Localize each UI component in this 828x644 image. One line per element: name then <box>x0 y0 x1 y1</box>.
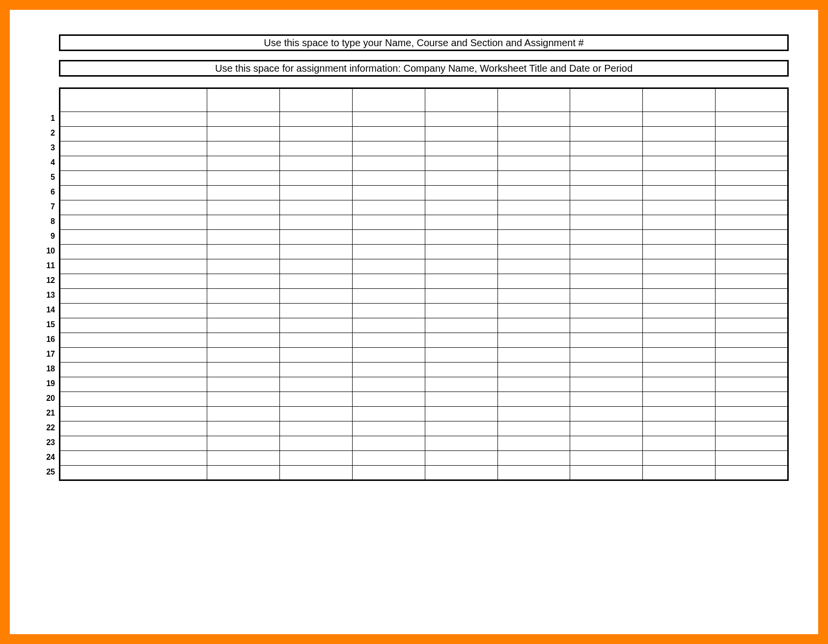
grid-cell[interactable] <box>279 186 352 200</box>
grid-cell[interactable] <box>60 333 207 348</box>
grid-cell[interactable] <box>207 289 280 304</box>
grid-column-header[interactable] <box>643 88 716 112</box>
grid-cell[interactable] <box>279 407 352 421</box>
grid-cell[interactable] <box>207 377 280 392</box>
grid-cell[interactable] <box>716 200 788 215</box>
grid-cell[interactable] <box>60 348 207 363</box>
grid-cell[interactable] <box>60 289 207 304</box>
grid-column-header[interactable] <box>207 88 280 112</box>
grid-cell[interactable] <box>425 230 497 245</box>
grid-cell[interactable] <box>60 451 207 466</box>
grid-cell[interactable] <box>570 245 643 259</box>
grid-cell[interactable] <box>497 289 570 304</box>
grid-cell[interactable] <box>570 318 643 333</box>
grid-cell[interactable] <box>60 421 207 436</box>
grid-cell[interactable] <box>207 348 280 363</box>
grid-cell[interactable] <box>643 318 716 333</box>
grid-cell[interactable] <box>716 215 788 230</box>
grid-cell[interactable] <box>497 127 570 141</box>
grid-cell[interactable] <box>352 245 425 259</box>
grid-cell[interactable] <box>497 186 570 200</box>
grid-column-header[interactable] <box>497 88 570 112</box>
grid-cell[interactable] <box>643 127 716 141</box>
grid-cell[interactable] <box>207 230 280 245</box>
grid-cell[interactable] <box>643 348 716 363</box>
grid-cell[interactable] <box>60 407 207 421</box>
grid-cell[interactable] <box>207 200 280 215</box>
grid-cell[interactable] <box>497 112 570 127</box>
grid-cell[interactable] <box>570 436 643 451</box>
grid-cell[interactable] <box>207 245 280 259</box>
grid-cell[interactable] <box>425 141 497 156</box>
grid-cell[interactable] <box>425 171 497 186</box>
grid-cell[interactable] <box>60 274 207 289</box>
grid-cell[interactable] <box>352 451 425 466</box>
grid-cell[interactable] <box>279 466 352 480</box>
grid-cell[interactable] <box>352 421 425 436</box>
grid-cell[interactable] <box>643 259 716 274</box>
grid-cell[interactable] <box>570 274 643 289</box>
grid-cell[interactable] <box>716 451 788 466</box>
grid-cell[interactable] <box>207 171 280 186</box>
grid-cell[interactable] <box>425 436 497 451</box>
grid-cell[interactable] <box>497 333 570 348</box>
grid-cell[interactable] <box>279 304 352 318</box>
grid-cell[interactable] <box>643 363 716 377</box>
grid-cell[interactable] <box>279 245 352 259</box>
grid-cell[interactable] <box>279 200 352 215</box>
grid-column-header[interactable] <box>425 88 497 112</box>
grid-cell[interactable] <box>497 304 570 318</box>
grid-cell[interactable] <box>425 421 497 436</box>
grid-cell[interactable] <box>425 333 497 348</box>
grid-cell[interactable] <box>570 377 643 392</box>
grid-column-header[interactable] <box>279 88 352 112</box>
grid-cell[interactable] <box>570 421 643 436</box>
grid-cell[interactable] <box>497 156 570 171</box>
grid-cell[interactable] <box>497 230 570 245</box>
grid-cell[interactable] <box>207 333 280 348</box>
grid-cell[interactable] <box>60 215 207 230</box>
grid-cell[interactable] <box>207 141 280 156</box>
grid-cell[interactable] <box>570 466 643 480</box>
grid-cell[interactable] <box>716 141 788 156</box>
grid-cell[interactable] <box>497 421 570 436</box>
grid-cell[interactable] <box>570 127 643 141</box>
grid-cell[interactable] <box>279 289 352 304</box>
grid-cell[interactable] <box>60 392 207 407</box>
grid-cell[interactable] <box>60 466 207 480</box>
grid-cell[interactable] <box>207 215 280 230</box>
grid-cell[interactable] <box>716 348 788 363</box>
grid-cell[interactable] <box>352 171 425 186</box>
grid-cell[interactable] <box>643 186 716 200</box>
grid-column-header[interactable] <box>716 88 788 112</box>
grid-cell[interactable] <box>716 318 788 333</box>
grid-cell[interactable] <box>716 230 788 245</box>
grid-cell[interactable] <box>352 127 425 141</box>
grid-cell[interactable] <box>716 156 788 171</box>
grid-cell[interactable] <box>279 348 352 363</box>
grid-cell[interactable] <box>570 304 643 318</box>
grid-cell[interactable] <box>497 436 570 451</box>
grid-cell[interactable] <box>279 141 352 156</box>
grid-cell[interactable] <box>60 259 207 274</box>
grid-column-header[interactable] <box>352 88 425 112</box>
grid-cell[interactable] <box>60 377 207 392</box>
grid-cell[interactable] <box>716 333 788 348</box>
grid-cell[interactable] <box>643 200 716 215</box>
grid-cell[interactable] <box>425 259 497 274</box>
grid-cell[interactable] <box>643 230 716 245</box>
grid-cell[interactable] <box>279 436 352 451</box>
grid-cell[interactable] <box>643 304 716 318</box>
grid-cell[interactable] <box>279 392 352 407</box>
grid-cell[interactable] <box>497 392 570 407</box>
grid-cell[interactable] <box>570 392 643 407</box>
grid-cell[interactable] <box>643 274 716 289</box>
grid-cell[interactable] <box>279 171 352 186</box>
grid-cell[interactable] <box>643 466 716 480</box>
grid-cell[interactable] <box>207 392 280 407</box>
grid-cell[interactable] <box>279 377 352 392</box>
grid-cell[interactable] <box>425 156 497 171</box>
grid-cell[interactable] <box>497 274 570 289</box>
grid-cell[interactable] <box>60 141 207 156</box>
grid-cell[interactable] <box>425 274 497 289</box>
